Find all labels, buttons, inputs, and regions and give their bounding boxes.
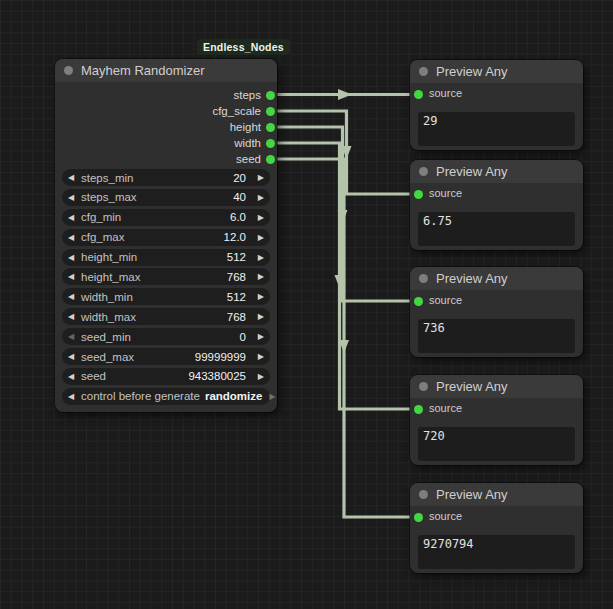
- widget-seed-max[interactable]: ◀ seed_max 99999999 ▶: [62, 348, 270, 365]
- collapse-dot-icon[interactable]: [419, 167, 428, 176]
- output-cfg-scale: cfg_scale: [55, 103, 277, 119]
- outputs-section: steps cfg_scale height width seed: [55, 87, 277, 167]
- widget-height-max[interactable]: ◀ height_max 768 ▶: [62, 268, 270, 285]
- widgets-section: ◀ steps_min 20 ▶ ◀ steps_max 40 ▶ ◀ cfg_…: [62, 169, 270, 408]
- widget-steps-min[interactable]: ◀ steps_min 20 ▶: [62, 169, 270, 186]
- decrement-arrow-icon[interactable]: ◀: [68, 169, 81, 186]
- widget-label: seed: [81, 370, 106, 382]
- decrement-arrow-icon[interactable]: ◀: [68, 388, 81, 405]
- output-slot-width[interactable]: [266, 139, 275, 148]
- output-slot-seed[interactable]: [266, 155, 275, 164]
- node-title-bar[interactable]: Preview Any: [410, 483, 583, 506]
- increment-arrow-icon[interactable]: ▶: [251, 328, 264, 345]
- widget-label: steps_max: [81, 191, 137, 203]
- decrement-arrow-icon[interactable]: ◀: [68, 328, 81, 345]
- increment-arrow-icon[interactable]: ▶: [251, 209, 264, 226]
- widget-seed[interactable]: ◀ seed 943380025 ▶: [62, 368, 270, 385]
- widget-control-before-generate[interactable]: ◀ control before generate randomize ▶: [62, 388, 270, 405]
- widget-label: cfg_min: [81, 211, 121, 223]
- widget-label: width_min: [81, 291, 133, 303]
- output-steps: steps: [55, 87, 277, 103]
- widget-value: 943380025: [188, 370, 246, 382]
- widget-width-max[interactable]: ◀ width_max 768 ▶: [62, 308, 270, 325]
- collapse-dot-icon[interactable]: [419, 274, 428, 283]
- node-title-bar[interactable]: Preview Any: [410, 60, 583, 83]
- output-label: seed: [236, 153, 261, 165]
- output-slot-cfg-scale[interactable]: [266, 107, 275, 116]
- output-height: height: [55, 119, 277, 135]
- node-graph-canvas[interactable]: Endless_Nodes Mayhem Randomizer steps cf…: [0, 0, 613, 609]
- node-title: Preview Any: [436, 487, 508, 502]
- collapse-dot-icon[interactable]: [64, 66, 73, 75]
- widget-label: height_min: [81, 251, 137, 263]
- widget-value: 99999999: [195, 351, 246, 363]
- output-slot-steps[interactable]: [266, 91, 275, 100]
- node-preview-any-4[interactable]: Preview Any source 720: [410, 375, 583, 465]
- increment-arrow-icon[interactable]: ▶: [251, 249, 264, 266]
- widget-steps-max[interactable]: ◀ steps_max 40 ▶: [62, 189, 270, 206]
- node-title-bar[interactable]: Mayhem Randomizer: [55, 59, 277, 82]
- widget-value: randomize: [205, 390, 263, 402]
- widget-cfg-min[interactable]: ◀ cfg_min 6.0 ▶: [62, 209, 270, 226]
- decrement-arrow-icon[interactable]: ◀: [68, 209, 81, 226]
- widget-seed-min[interactable]: ◀ seed_min 0 ▶: [62, 328, 270, 345]
- output-slot-height[interactable]: [266, 123, 275, 132]
- input-slot-source[interactable]: [414, 90, 423, 99]
- collapse-dot-icon[interactable]: [419, 382, 428, 391]
- link-arrow-icon: [338, 89, 352, 100]
- decrement-arrow-icon[interactable]: ◀: [68, 189, 81, 206]
- node-title: Preview Any: [436, 64, 508, 79]
- decrement-arrow-icon[interactable]: ◀: [68, 308, 81, 325]
- decrement-arrow-icon[interactable]: ◀: [68, 229, 81, 246]
- increment-arrow-icon[interactable]: ▶: [251, 288, 264, 305]
- node-title: Preview Any: [436, 379, 508, 394]
- increment-arrow-icon[interactable]: ▶: [251, 368, 264, 385]
- input-label: source: [429, 402, 462, 414]
- widget-label: steps_min: [81, 172, 133, 184]
- input-label: source: [429, 510, 462, 522]
- widget-value: 20: [233, 172, 246, 184]
- preview-text-area[interactable]: 6.75: [418, 212, 575, 246]
- node-preview-any-3[interactable]: Preview Any source 736: [410, 267, 583, 357]
- output-width: width: [55, 135, 277, 151]
- input-slot-source[interactable]: [414, 513, 423, 522]
- collapse-dot-icon[interactable]: [419, 67, 428, 76]
- decrement-arrow-icon[interactable]: ◀: [68, 368, 81, 385]
- increment-arrow-icon[interactable]: ▶: [262, 388, 275, 405]
- collapse-dot-icon[interactable]: [419, 490, 428, 499]
- input-slot-source[interactable]: [414, 405, 423, 414]
- decrement-arrow-icon[interactable]: ◀: [68, 288, 81, 305]
- node-title: Preview Any: [436, 164, 508, 179]
- widget-value: 512: [227, 291, 246, 303]
- node-preview-any-2[interactable]: Preview Any source 6.75: [410, 160, 583, 250]
- node-title-bar[interactable]: Preview Any: [410, 267, 583, 290]
- output-label: height: [230, 121, 261, 133]
- node-preview-any-5[interactable]: Preview Any source 9270794: [410, 483, 583, 573]
- input-slot-source[interactable]: [414, 297, 423, 306]
- preview-text-area[interactable]: 736: [418, 319, 575, 353]
- preview-text-area[interactable]: 9270794: [418, 535, 575, 569]
- widget-cfg-max[interactable]: ◀ cfg_max 12.0 ▶: [62, 229, 270, 246]
- preview-text-area[interactable]: 720: [418, 427, 575, 461]
- widget-label: control before generate: [81, 390, 200, 402]
- node-preview-any-1[interactable]: Preview Any source 29: [410, 60, 583, 150]
- input-label: source: [429, 294, 462, 306]
- widget-height-min[interactable]: ◀ height_min 512 ▶: [62, 249, 270, 266]
- increment-arrow-icon[interactable]: ▶: [251, 229, 264, 246]
- input-slot-source[interactable]: [414, 190, 423, 199]
- node-title: Preview Any: [436, 271, 508, 286]
- node-title-bar[interactable]: Preview Any: [410, 375, 583, 398]
- widget-width-min[interactable]: ◀ width_min 512 ▶: [62, 288, 270, 305]
- increment-arrow-icon[interactable]: ▶: [251, 169, 264, 186]
- node-title-bar[interactable]: Preview Any: [410, 160, 583, 183]
- increment-arrow-icon[interactable]: ▶: [251, 308, 264, 325]
- increment-arrow-icon[interactable]: ▶: [251, 189, 264, 206]
- increment-arrow-icon[interactable]: ▶: [251, 268, 264, 285]
- node-mayhem-randomizer[interactable]: Mayhem Randomizer steps cfg_scale height…: [55, 59, 277, 412]
- decrement-arrow-icon[interactable]: ◀: [68, 348, 81, 365]
- preview-text-area[interactable]: 29: [418, 112, 575, 146]
- decrement-arrow-icon[interactable]: ◀: [68, 249, 81, 266]
- decrement-arrow-icon[interactable]: ◀: [68, 268, 81, 285]
- increment-arrow-icon[interactable]: ▶: [251, 348, 264, 365]
- widget-value: 12.0: [224, 231, 246, 243]
